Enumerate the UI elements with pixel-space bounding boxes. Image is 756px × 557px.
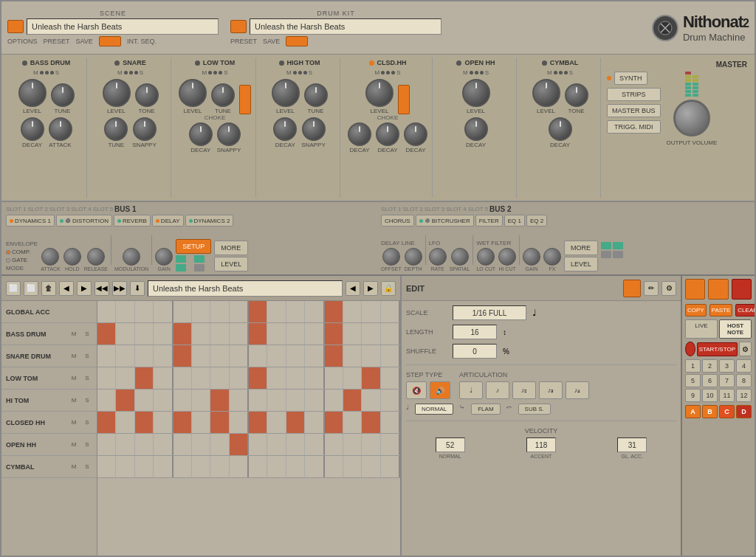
grid-cell[interactable] [286, 345, 305, 367]
artic-2-btn[interactable]: ♪ [486, 381, 509, 399]
grid-cell[interactable] [173, 390, 192, 411]
lt-m-btn[interactable]: M [69, 375, 79, 381]
sn-level-knob[interactable] [103, 79, 131, 107]
grid-cell[interactable] [173, 323, 192, 345]
seq-lock-btn[interactable]: 🔒 [381, 281, 396, 296]
grid-cell[interactable] [154, 434, 173, 455]
grid-cell[interactable] [267, 301, 286, 322]
fx-slot-distortion[interactable]: DISTORTION [56, 215, 112, 226]
grid-cell[interactable] [210, 323, 229, 345]
output-volume-knob[interactable] [673, 100, 710, 136]
grid-cell[interactable] [154, 323, 173, 345]
grid-cell[interactable] [286, 367, 305, 389]
bd-attack-knob[interactable] [49, 117, 72, 141]
ht-m-btn[interactable]: M [69, 397, 79, 404]
grid-cell[interactable] [381, 390, 400, 411]
bd-decay-knob[interactable] [21, 117, 44, 141]
grid-cell[interactable] [249, 390, 267, 411]
next-fast-btn[interactable]: ▶▶ [112, 281, 127, 296]
num-btn-4[interactable]: 4 [736, 359, 752, 373]
rec-btn[interactable] [685, 342, 695, 356]
attack-knob-fx[interactable] [41, 248, 59, 266]
cym-m-btn[interactable]: M [69, 463, 79, 470]
ohh-decay-knob[interactable] [464, 117, 488, 141]
abcd-btn-C[interactable]: C [719, 405, 735, 418]
grid-cell[interactable] [116, 412, 134, 433]
artic-1-btn[interactable]: ♩ [459, 381, 483, 399]
color-btn-orange1[interactable] [685, 279, 705, 300]
shuffle-value[interactable]: 0 [453, 344, 497, 359]
grid-cell[interactable] [210, 434, 229, 455]
strips-btn[interactable]: STRIPS [607, 88, 661, 101]
grid-cell[interactable] [267, 367, 286, 389]
grid-cell[interactable] [230, 301, 249, 322]
grid-cell[interactable] [381, 434, 400, 455]
grid-cell[interactable] [173, 412, 192, 433]
num-btn-12[interactable]: 12 [736, 389, 752, 402]
grid-cell[interactable] [362, 412, 380, 433]
ht-tune-knob[interactable] [304, 83, 328, 107]
grid-cell[interactable] [286, 434, 305, 455]
grid-cell[interactable] [116, 323, 134, 345]
grid-cell[interactable] [154, 367, 173, 389]
subs-playmode-btn[interactable]: SUB S. [518, 404, 551, 415]
grid-cell[interactable] [381, 345, 400, 367]
num-btn-6[interactable]: 6 [702, 374, 718, 387]
next-pattern-btn[interactable]: ▶ [77, 281, 92, 296]
grid-cell[interactable] [173, 367, 192, 389]
lt-s-btn[interactable]: S [82, 375, 92, 381]
depth-knob[interactable] [405, 248, 422, 266]
step-type-mute-btn[interactable]: 🔇 [406, 381, 427, 399]
prev-fast-btn[interactable]: ◀◀ [94, 281, 109, 296]
grid-cell[interactable] [97, 390, 116, 411]
grid-cell[interactable] [305, 301, 324, 322]
num-btn-8[interactable]: 8 [736, 374, 752, 387]
grid-cell[interactable] [97, 367, 116, 389]
grid-cell[interactable] [381, 301, 400, 322]
abcd-btn-D[interactable]: D [736, 405, 752, 418]
grid-cell[interactable] [192, 412, 210, 433]
grid-cell[interactable] [249, 301, 267, 322]
grid-cell[interactable] [192, 323, 210, 345]
abcd-btn-B[interactable]: B [702, 405, 718, 418]
gain-knob-b1[interactable] [155, 248, 173, 266]
grid-cell[interactable] [192, 367, 210, 389]
grid-cell[interactable] [362, 390, 380, 411]
grid-cell[interactable] [362, 456, 380, 477]
grid-cell[interactable] [286, 390, 305, 411]
grid-cell[interactable] [116, 345, 134, 367]
grid-cell[interactable] [267, 345, 286, 367]
grid-cell[interactable] [154, 301, 173, 322]
num-btn-1[interactable]: 1 [685, 359, 701, 373]
chh-decay1-knob[interactable] [348, 122, 371, 146]
grid-cell[interactable] [116, 456, 134, 477]
grid-cell[interactable] [116, 301, 134, 322]
grid-cell[interactable] [325, 412, 343, 433]
bd-m-btn[interactable]: M [69, 331, 79, 337]
grid-cell[interactable] [135, 412, 154, 433]
sn-tone-knob[interactable] [135, 83, 159, 107]
grid-cell[interactable] [135, 434, 154, 455]
grid-cell[interactable] [154, 390, 173, 411]
level-btn-b2[interactable]: LEVEL [564, 257, 598, 271]
delete-pattern-btn[interactable]: 🗑 [41, 281, 56, 296]
modulation-knob-fx[interactable] [123, 248, 140, 266]
grid-cell[interactable] [230, 434, 249, 455]
grid-cell[interactable] [192, 434, 210, 455]
paste-pattern-btn[interactable]: ⬜ [24, 281, 38, 296]
bd-tune-knob[interactable] [51, 83, 75, 107]
grid-cell[interactable] [325, 434, 343, 455]
edit-brush-btn[interactable]: ✏ [644, 281, 659, 296]
grid-cell[interactable] [362, 301, 380, 322]
length-value[interactable]: 16 [453, 325, 497, 339]
fx-slot-eq2[interactable]: EQ 2 [526, 215, 547, 226]
grid-cell[interactable] [173, 301, 192, 322]
grid-cell[interactable] [135, 456, 154, 477]
grid-cell[interactable] [325, 323, 343, 345]
grid-cell[interactable] [210, 456, 229, 477]
grid-cell[interactable] [305, 345, 324, 367]
grid-cell[interactable] [325, 456, 343, 477]
grid-cell[interactable] [381, 412, 400, 433]
grid-cell[interactable] [286, 456, 305, 477]
prev-pattern-btn[interactable]: ◀ [59, 281, 74, 296]
